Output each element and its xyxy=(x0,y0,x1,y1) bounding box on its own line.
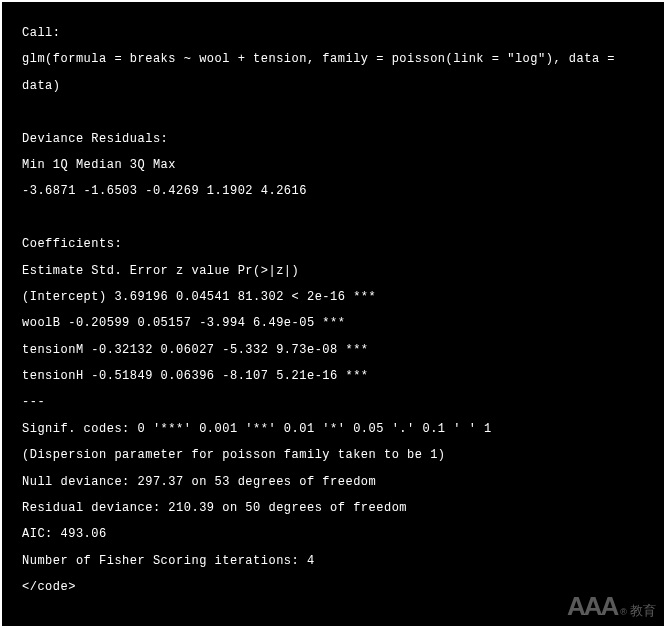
blank-line xyxy=(22,205,644,231)
deviance-residuals-values: -3.6871 -1.6503 -0.4269 1.1902 4.2616 xyxy=(22,178,644,204)
deviance-residuals-header: Min 1Q Median 3Q Max xyxy=(22,152,644,178)
deviance-residuals-label: Deviance Residuals: xyxy=(22,126,644,152)
blank-line xyxy=(22,99,644,125)
coef-intercept: (Intercept) 3.69196 0.04541 81.302 < 2e-… xyxy=(22,284,644,310)
call-formula: glm(formula = breaks ~ wool + tension, f… xyxy=(22,46,644,99)
null-deviance: Null deviance: 297.37 on 53 degrees of f… xyxy=(22,469,644,495)
coef-tensionm: tensionM -0.32132 0.06027 -5.332 9.73e-0… xyxy=(22,337,644,363)
separator: --- xyxy=(22,389,644,415)
aic: AIC: 493.06 xyxy=(22,521,644,547)
coef-woolb: woolB -0.20599 0.05157 -3.994 6.49e-05 *… xyxy=(22,310,644,336)
coefficients-label: Coefficients: xyxy=(22,231,644,257)
coef-tensionh: tensionH -0.51849 0.06396 -8.107 5.21e-1… xyxy=(22,363,644,389)
code-end-tag: </code> xyxy=(22,574,644,600)
call-label: Call: xyxy=(22,20,644,46)
fisher-iterations: Number of Fisher Scoring iterations: 4 xyxy=(22,548,644,574)
residual-deviance: Residual deviance: 210.39 on 50 degrees … xyxy=(22,495,644,521)
signif-codes: Signif. codes: 0 '***' 0.001 '**' 0.01 '… xyxy=(22,416,644,442)
terminal-output: Call: glm(formula = breaks ~ wool + tens… xyxy=(2,2,664,626)
dispersion-param: (Dispersion parameter for poisson family… xyxy=(22,442,644,468)
coefficients-header: Estimate Std. Error z value Pr(>|z|) xyxy=(22,258,644,284)
